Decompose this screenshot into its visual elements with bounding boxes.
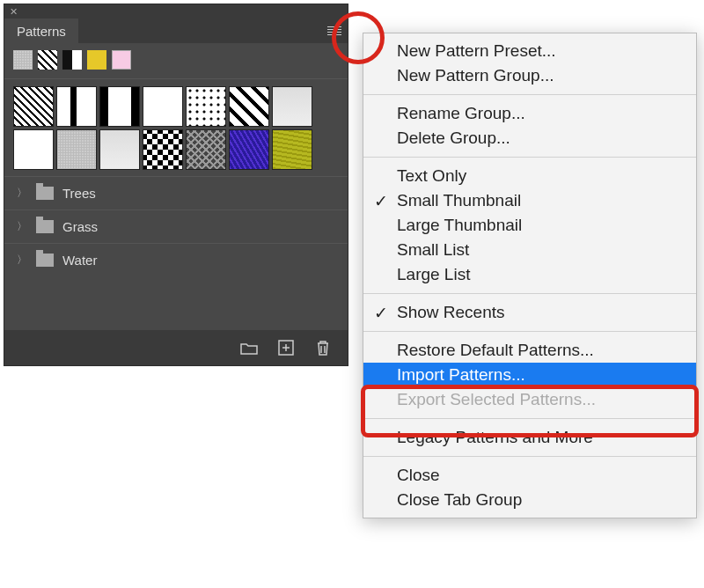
menu-item-label: Export Selected Patterns... [397,390,596,408]
panel-flyout-menu: New Pattern Preset...New Pattern Group..… [363,33,697,518]
menu-item-label: Show Recents [397,303,505,321]
menu-separator [363,331,696,332]
panel-menu-button[interactable] [321,18,348,43]
menu-separator [363,94,696,95]
tab-patterns[interactable]: Patterns [4,18,78,44]
menu-item-label: Import Patterns... [397,365,525,384]
delete-button[interactable] [314,339,332,356]
menu-item[interactable]: New Pattern Group... [363,63,696,88]
folder-row[interactable]: 〉 Grass [4,209,348,243]
pattern-grid [4,79,348,176]
check-icon: ✓ [374,191,388,211]
menu-item[interactable]: New Pattern Preset... [363,39,696,63]
menu-item-label: Large List [397,265,470,283]
menu-item[interactable]: ✓Small Thumbnail [363,188,696,213]
new-group-button[interactable] [240,339,258,356]
menu-separator [363,157,696,158]
menu-item-label: Close [397,466,440,484]
folder-icon [36,220,54,233]
hamburger-icon [327,26,341,35]
new-pattern-button[interactable] [277,339,295,356]
pattern-swatch[interactable] [13,86,54,127]
pattern-swatch[interactable] [186,86,226,127]
panel-footer [4,330,348,365]
pattern-swatch[interactable] [99,86,140,127]
pattern-swatch[interactable] [186,129,226,170]
chevron-right-icon: 〉 [17,253,27,268]
menu-item-label: Close Tab Group [397,490,522,509]
pattern-swatch[interactable] [229,129,269,170]
recent-swatch[interactable] [87,50,106,70]
pattern-swatch[interactable] [272,86,312,127]
recent-patterns [4,43,348,79]
patterns-panel: ✕ Patterns [4,4,348,366]
menu-item[interactable]: Close [363,463,696,488]
folder-icon [36,254,54,267]
menu-separator [363,418,696,419]
menu-separator [363,456,696,457]
pattern-swatch[interactable] [143,86,183,127]
recent-swatch[interactable] [112,50,131,70]
menu-item[interactable]: ✓Show Recents [363,300,696,325]
menu-item-label: New Pattern Preset... [397,41,556,60]
panel-tabrow: Patterns [4,18,348,43]
pattern-swatch[interactable] [56,129,97,170]
menu-item[interactable]: Delete Group... [363,126,696,151]
recent-swatch[interactable] [38,50,57,70]
pattern-swatch[interactable] [56,86,97,127]
menu-item[interactable]: Text Only [363,164,696,188]
folder-label: Water [62,253,97,268]
menu-item[interactable]: Rename Group... [363,101,696,126]
menu-item-label: Legacy Patterns and More [397,428,593,446]
check-icon: ✓ [374,303,388,323]
menu-item-label: Large Thumbnail [397,216,522,234]
menu-item-label: Small List [397,240,469,259]
pattern-swatch[interactable] [99,129,140,170]
recent-swatch[interactable] [13,50,33,70]
menu-item-label: Restore Default Patterns... [397,341,594,359]
menu-item-label: Rename Group... [397,104,525,122]
menu-item[interactable]: Legacy Patterns and More [363,425,696,450]
menu-item[interactable]: Close Tab Group [363,488,696,512]
folder-row[interactable]: 〉 Trees [4,176,348,209]
chevron-right-icon: 〉 [17,186,27,201]
menu-item-label: New Pattern Group... [397,66,554,85]
panel-titlebar[interactable]: ✕ [4,4,348,18]
recent-swatch[interactable] [62,50,82,70]
menu-item[interactable]: Import Patterns... [363,363,696,387]
menu-item-label: Small Thumbnail [397,191,521,209]
menu-item-label: Text Only [397,166,466,185]
menu-separator [363,293,696,294]
chevron-right-icon: 〉 [17,219,27,234]
folder-label: Grass [62,219,98,234]
folder-row[interactable]: 〉 Water [4,243,348,276]
pattern-swatch[interactable] [229,86,269,127]
menu-item-label: Delete Group... [397,129,510,147]
menu-item: Export Selected Patterns... [363,387,696,412]
folder-icon [36,187,54,200]
pattern-swatch[interactable] [143,129,183,170]
folder-label: Trees [62,186,96,201]
menu-item[interactable]: Large Thumbnail [363,213,696,238]
menu-item[interactable]: Large List [363,262,696,287]
pattern-swatch[interactable] [272,129,312,170]
menu-item[interactable]: Small List [363,238,696,262]
pattern-swatch[interactable] [13,129,54,170]
close-icon[interactable]: ✕ [10,6,18,18]
menu-item[interactable]: Restore Default Patterns... [363,338,696,363]
